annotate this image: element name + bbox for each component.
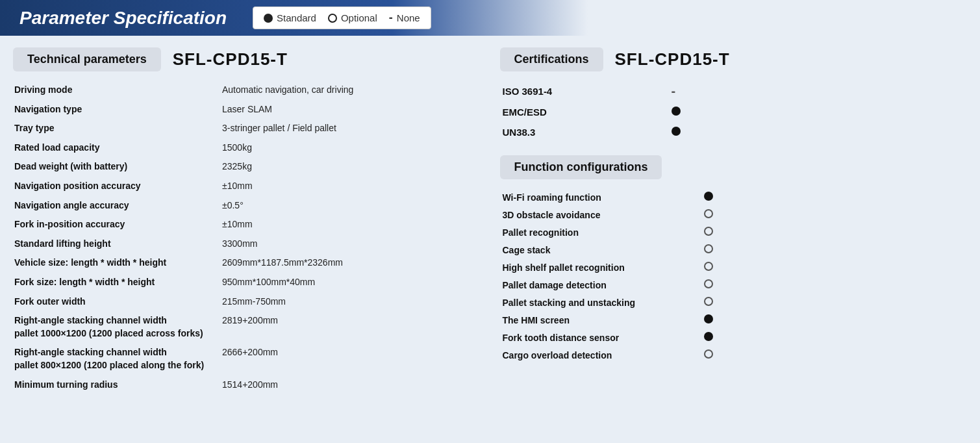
table-row: Fork tooth distance sensor — [500, 329, 968, 346]
param-label: Navigation angle accuracy — [13, 196, 221, 216]
table-row: Standard lifting height3300mm — [13, 234, 481, 254]
empty-dot-icon — [704, 262, 713, 271]
func-item-label: 3D obstacle avoidance — [500, 206, 701, 223]
func-item-label: Pallet stacking and unstacking — [500, 294, 701, 311]
table-row: Cage stack — [500, 241, 968, 259]
standard-dot-icon — [264, 14, 273, 23]
func-item-label: Cargo overload detection — [500, 346, 701, 364]
empty-dot-icon — [704, 349, 713, 359]
cert-item-status: - — [669, 81, 968, 102]
table-row: 3D obstacle avoidance — [500, 206, 968, 223]
legend-optional: Optional — [328, 12, 377, 23]
table-row: High shelf pallet recognition — [500, 259, 968, 276]
none-dash-icon: - — [672, 84, 676, 98]
table-row: Tray type3-stringer pallet / Field palle… — [13, 119, 481, 138]
cert-model: SFL-CPD15-T — [615, 49, 730, 70]
table-row: Vehicle size: length * width * height260… — [13, 253, 481, 273]
empty-dot-icon — [704, 227, 713, 236]
empty-dot-icon — [704, 209, 713, 218]
empty-dot-icon — [704, 244, 713, 253]
cert-item-label: UN38.3 — [500, 122, 669, 142]
table-row: Navigation angle accuracy±0.5° — [13, 196, 481, 216]
func-item-label: Pallet damage detection — [500, 276, 701, 294]
filled-dot-icon — [672, 127, 681, 136]
func-item-status — [701, 206, 968, 223]
header: Parameter Specification Standard Optiona… — [0, 0, 980, 36]
func-item-status — [701, 241, 968, 259]
table-row: Right-angle stacking channel widthpallet… — [13, 343, 481, 375]
func-item-status — [701, 346, 968, 364]
param-value: ±10mm — [221, 177, 481, 196]
param-value: Laser SLAM — [221, 100, 481, 120]
param-label: Fork size: length * width * height — [13, 273, 221, 292]
none-dash-icon: - — [389, 11, 393, 25]
func-header: Function configurations — [500, 155, 968, 179]
func-item-label: The HMI screen — [500, 311, 701, 329]
table-row: Dead weight (with battery)2325kg — [13, 157, 481, 177]
param-value: 2819+200mm — [221, 311, 481, 343]
func-item-status — [701, 294, 968, 311]
table-row: Pallet recognition — [500, 223, 968, 241]
param-value: 2325kg — [221, 157, 481, 177]
param-label: Navigation position accuracy — [13, 177, 221, 196]
func-item-status — [701, 259, 968, 276]
main-content: Technical parameters SFL-CPD15-T Driving… — [0, 36, 980, 406]
table-row: Navigation position accuracy±10mm — [13, 177, 481, 196]
optional-label: Optional — [341, 12, 377, 23]
none-label: None — [397, 12, 420, 23]
param-label: Right-angle stacking channel widthpallet… — [13, 311, 221, 343]
cert-table: ISO 3691-4-EMC/ESDUN38.3 — [500, 81, 968, 142]
param-label: Tray type — [13, 119, 221, 138]
standard-label: Standard — [277, 12, 316, 23]
func-item-status — [701, 276, 968, 294]
cert-item-status — [669, 122, 968, 142]
param-value: 3-stringer pallet / Field pallet — [221, 119, 481, 138]
func-item-label: Fork tooth distance sensor — [500, 329, 701, 346]
func-table: Wi-Fi roaming function3D obstacle avoida… — [500, 188, 968, 364]
param-value: Automatic navigation, car driving — [221, 81, 481, 100]
cert-item-label: EMC/ESD — [500, 102, 669, 122]
table-row: Pallet damage detection — [500, 276, 968, 294]
param-label: Vehicle size: length * width * height — [13, 253, 221, 273]
filled-dot-icon — [704, 314, 713, 323]
func-item-status — [701, 329, 968, 346]
param-value: 2666+200mm — [221, 343, 481, 375]
table-row: Driving modeAutomatic navigation, car dr… — [13, 81, 481, 100]
param-label: Fork outer width — [13, 292, 221, 312]
table-row: Wi-Fi roaming function — [500, 188, 968, 206]
table-row: Navigation typeLaser SLAM — [13, 100, 481, 120]
table-row: Fork in-position accuracy±10mm — [13, 215, 481, 234]
func-item-label: Wi-Fi roaming function — [500, 188, 701, 206]
tech-params-model: SFL-CPD15-T — [173, 49, 288, 70]
legend-none: - None — [389, 11, 420, 25]
func-item-status — [701, 223, 968, 241]
cert-label: Certifications — [500, 47, 603, 71]
table-row: Right-angle stacking channel widthpallet… — [13, 311, 481, 343]
func-item-status — [701, 311, 968, 329]
table-row: Cargo overload detection — [500, 346, 968, 364]
filled-dot-icon — [704, 332, 713, 341]
func-item-label: High shelf pallet recognition — [500, 259, 701, 276]
table-row: UN38.3 — [500, 122, 968, 142]
cert-header: Certifications SFL-CPD15-T — [500, 47, 968, 71]
param-label: Fork in-position accuracy — [13, 215, 221, 234]
param-value: 3300mm — [221, 234, 481, 254]
table-row: Pallet stacking and unstacking — [500, 294, 968, 311]
param-value: 1514+200mm — [221, 375, 481, 395]
table-row: The HMI screen — [500, 311, 968, 329]
param-value: 215mm-750mm — [221, 292, 481, 312]
param-label: Navigation type — [13, 100, 221, 120]
table-row: Minimum turning radius1514+200mm — [13, 375, 481, 395]
table-row: ISO 3691-4- — [500, 81, 968, 102]
tech-params-label: Technical parameters — [13, 47, 161, 71]
param-label: Right-angle stacking channel widthpallet… — [13, 343, 221, 375]
param-value: 1500kg — [221, 138, 481, 158]
table-row: Fork outer width215mm-750mm — [13, 292, 481, 312]
table-row: Fork size: length * width * height950mm*… — [13, 273, 481, 292]
optional-dot-icon — [328, 14, 337, 23]
param-label: Standard lifting height — [13, 234, 221, 254]
param-label: Minimum turning radius — [13, 375, 221, 395]
param-value: ±0.5° — [221, 196, 481, 216]
params-table: Driving modeAutomatic navigation, car dr… — [13, 81, 481, 394]
table-row: EMC/ESD — [500, 102, 968, 122]
